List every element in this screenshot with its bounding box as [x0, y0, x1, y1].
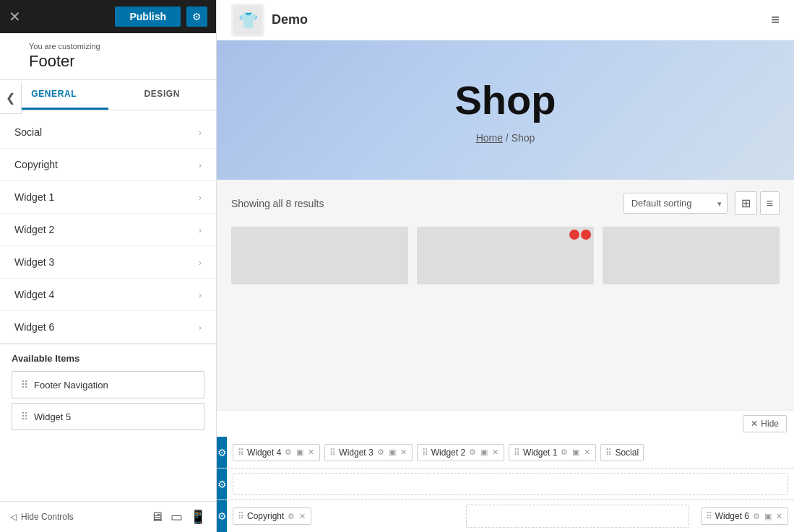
- menu-item-widget3-label: Widget 3: [14, 256, 54, 268]
- menu-item-widget4-label: Widget 4: [14, 289, 54, 300]
- tablet-view-button[interactable]: ▭: [171, 509, 183, 525]
- tab-design[interactable]: DESIGN: [108, 80, 217, 110]
- customizing-title: Footer: [29, 52, 204, 71]
- menu-item-copyright[interactable]: Copyright ›: [0, 149, 216, 181]
- menu-item-social-label: Social: [14, 126, 42, 138]
- svg-text:👕: 👕: [238, 11, 259, 30]
- site-header: 👕 Demo ≡: [217, 0, 794, 40]
- desktop-view-button[interactable]: 🖥: [150, 509, 163, 525]
- widget2-duplicate-button[interactable]: ▣: [480, 448, 488, 457]
- widget2-remove-button[interactable]: ✕: [491, 448, 499, 457]
- view-toggle: ⊞ ≡: [735, 191, 780, 215]
- menu-item-widget1-label: Widget 1: [14, 191, 54, 203]
- customizing-label: You are customizing: [29, 42, 204, 51]
- available-items-title: Available Items: [12, 353, 204, 364]
- widget1-settings-button[interactable]: ⚙: [560, 448, 569, 457]
- widget6-settings-button[interactable]: ⚙: [752, 512, 761, 521]
- widget-pill-social: ⠿ Social: [600, 444, 644, 461]
- breadcrumb: Home / Shop: [231, 132, 780, 144]
- menu-item-widget2-label: Widget 2: [14, 224, 54, 235]
- mobile-view-button[interactable]: 📱: [190, 509, 206, 525]
- publish-button[interactable]: Publish: [115, 6, 181, 27]
- widget-pill-widget1-label: Widget 1: [523, 448, 557, 458]
- menu-item-widget3[interactable]: Widget 3 ›: [0, 246, 216, 279]
- hide-controls-button[interactable]: ◁ Hide Controls: [10, 512, 74, 522]
- widget-pill-copyright: ⠿ Copyright ⚙ ✕: [233, 507, 311, 525]
- chevron-icon: ›: [199, 224, 202, 235]
- breadcrumb-home-link[interactable]: Home: [476, 132, 503, 144]
- product-card-1: [231, 227, 408, 284]
- available-item-footer-navigation-label: Footer Navigation: [34, 380, 108, 391]
- product-card-2: [417, 227, 594, 284]
- shop-toolbar: Showing all 8 results Default sorting So…: [231, 191, 780, 215]
- widget-row-handle-2[interactable]: ⚙: [217, 468, 227, 500]
- copyright-settings-button[interactable]: ⚙: [287, 512, 295, 521]
- widget-pill-copyright-label: Copyright: [247, 511, 284, 521]
- available-item-widget5[interactable]: ⠿ Widget 5: [12, 403, 204, 430]
- widget-pills-row-1: ⠿ Widget 4 ⚙ ▣ ✕ ⠿ Widget 3 ⚙ ▣ ✕ ⠿: [227, 437, 794, 468]
- site-logo: 👕 Demo: [231, 4, 308, 37]
- footer-widget-area: ✕ Hide ⚙ ⠿ Widget 4 ⚙ ▣ ✕ ⠿: [217, 410, 794, 532]
- widget3-settings-button[interactable]: ⚙: [376, 448, 385, 457]
- widget-pill-widget4: ⠿ Widget 4 ⚙ ▣ ✕: [233, 444, 320, 461]
- drag-icon: ⠿: [422, 448, 428, 458]
- sort-select[interactable]: Default sorting Sort by popularity Sort …: [623, 193, 728, 214]
- customizing-section: You are customizing Footer: [0, 33, 216, 80]
- drag-icon: ⠿: [514, 448, 520, 458]
- widget4-remove-button[interactable]: ✕: [307, 448, 315, 457]
- available-item-footer-navigation[interactable]: ⠿ Footer Navigation: [12, 371, 204, 398]
- menu-item-social[interactable]: Social ›: [0, 116, 216, 149]
- menu-item-widget4[interactable]: Widget 4 ›: [0, 279, 216, 311]
- hide-button[interactable]: ✕ Hide: [743, 415, 787, 432]
- widget6-duplicate-button[interactable]: ▣: [764, 512, 772, 521]
- grid-view-button[interactable]: ⊞: [735, 191, 757, 215]
- widget-row-handle-1[interactable]: ⚙: [217, 437, 227, 468]
- widget-pill-widget6-label: Widget 6: [715, 511, 749, 521]
- widget3-duplicate-button[interactable]: ▣: [388, 448, 397, 457]
- drag-icon: ⠿: [706, 511, 712, 521]
- menu-item-widget6[interactable]: Widget 6 ›: [0, 311, 216, 344]
- menu-item-widget2[interactable]: Widget 2 ›: [0, 214, 216, 246]
- drag-icon: ⠿: [605, 448, 612, 458]
- widget2-settings-button[interactable]: ⚙: [468, 448, 477, 457]
- close-button[interactable]: ✕: [9, 9, 21, 24]
- row-handle-icon: ⚙: [217, 479, 227, 490]
- widget6-remove-button[interactable]: ✕: [775, 512, 783, 521]
- widget4-settings-button[interactable]: ⚙: [284, 448, 293, 457]
- widget-row-handle-3[interactable]: ⚙: [217, 500, 227, 532]
- copyright-pill-area: ⠿ Copyright ⚙ ✕: [227, 500, 460, 532]
- copyright-remove-button[interactable]: ✕: [298, 512, 306, 521]
- drag-icon: ⠿: [329, 448, 336, 458]
- chevron-icon: ›: [199, 160, 202, 170]
- bottom-controls: ◁ Hide Controls 🖥 ▭ 📱: [0, 501, 216, 532]
- drag-handle-icon: ⠿: [21, 379, 28, 391]
- logo-icon: 👕: [231, 4, 264, 37]
- list-view-button[interactable]: ≡: [760, 191, 780, 215]
- device-icons: 🖥 ▭ 📱: [150, 509, 206, 525]
- shirt-icon: 👕: [233, 6, 262, 35]
- hide-controls-label: Hide Controls: [21, 512, 74, 522]
- widget1-remove-button[interactable]: ✕: [583, 448, 591, 457]
- widget-pill-widget1: ⠿ Widget 1 ⚙ ▣ ✕: [509, 444, 596, 461]
- drag-icon: ⠿: [238, 511, 244, 521]
- widget1-duplicate-button[interactable]: ▣: [571, 448, 580, 457]
- arrow-left-icon: ◁: [10, 512, 17, 522]
- widget-pill-widget4-label: Widget 4: [247, 448, 281, 458]
- menu-item-widget1[interactable]: Widget 1 ›: [0, 181, 216, 214]
- breadcrumb-current: Shop: [512, 132, 535, 144]
- center-empty-area: [466, 505, 689, 528]
- sorting-area: Default sorting Sort by popularity Sort …: [623, 191, 780, 215]
- drag-handle-icon: ⠿: [21, 411, 28, 422]
- drag-icon: ⠿: [238, 448, 244, 458]
- back-button[interactable]: ❮: [0, 82, 22, 114]
- left-panel: ✕ Publish ⚙ ❮ You are customizing Footer…: [0, 0, 217, 532]
- chevron-icon: ›: [199, 257, 202, 268]
- menu-list: Social › Copyright › Widget 1 › Widget 2…: [0, 110, 216, 501]
- hamburger-menu-button[interactable]: ≡: [771, 12, 780, 28]
- top-bar: ✕ Publish ⚙: [0, 0, 216, 33]
- widget4-duplicate-button[interactable]: ▣: [295, 448, 304, 457]
- widget3-remove-button[interactable]: ✕: [400, 448, 407, 457]
- menu-item-widget6-label: Widget 6: [14, 321, 54, 333]
- widget-pill-widget3-label: Widget 3: [339, 448, 373, 458]
- settings-gear-button[interactable]: ⚙: [186, 6, 207, 27]
